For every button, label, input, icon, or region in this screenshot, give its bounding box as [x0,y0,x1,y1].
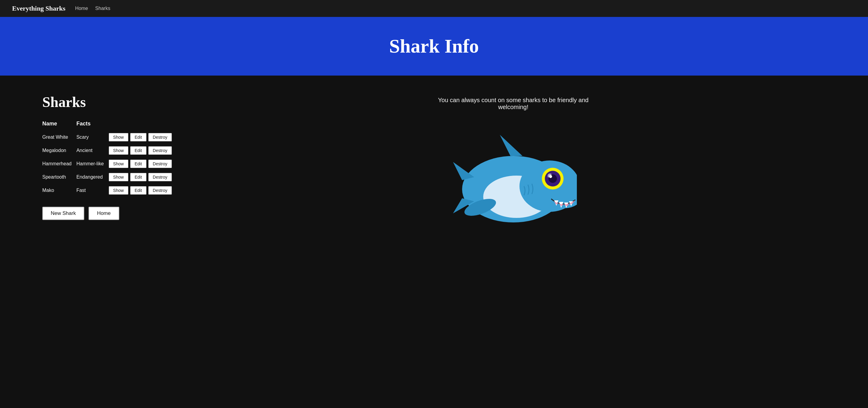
show-button[interactable]: Show [109,173,128,181]
right-panel: You can always count on some sharks to b… [201,94,826,235]
shark-name: Megalodon [42,144,76,157]
shark-name: Speartooth [42,171,76,184]
edit-button[interactable]: Edit [130,173,147,181]
sharks-table: Name Facts Great WhiteScaryShowEditDestr… [42,119,177,197]
edit-button[interactable]: Edit [130,159,147,168]
home-button[interactable]: Home [89,207,119,220]
new-shark-button[interactable]: New Shark [42,207,84,220]
nav-brand: Everything Sharks [12,4,65,12]
section-title: Sharks [42,94,177,110]
main-content: Sharks Name Facts Great WhiteScaryShowEd… [0,76,868,253]
edit-button[interactable]: Edit [130,133,147,141]
show-button[interactable]: Show [109,133,128,141]
destroy-button[interactable]: Destroy [148,186,172,195]
destroy-button[interactable]: Destroy [148,146,172,155]
navbar: Everything Sharks Home Sharks [0,0,868,17]
show-button[interactable]: Show [109,159,128,168]
shark-facts: Scary [76,130,109,144]
shark-name: Great White [42,130,76,144]
table-row: MegalodonAncientShowEditDestroy [42,144,177,157]
show-button[interactable]: Show [109,186,128,195]
shark-name: Hammerhead [42,157,76,171]
destroy-button[interactable]: Destroy [148,159,172,168]
table-row: Great WhiteScaryShowEditDestroy [42,130,177,144]
svg-marker-4 [500,135,523,156]
edit-button[interactable]: Edit [130,186,147,195]
shark-facts: Hammer-like [76,157,109,171]
shark-image [450,120,577,235]
nav-links: Home Sharks [75,6,110,11]
table-row: MakoFastShowEditDestroy [42,184,177,197]
left-panel: Sharks Name Facts Great WhiteScaryShowEd… [42,94,177,220]
edit-button[interactable]: Edit [130,146,147,155]
tagline: You can always count on some sharks to b… [423,97,604,111]
col-header-name: Name [42,119,76,130]
svg-point-16 [549,175,552,178]
table-row: HammerheadHammer-likeShowEditDestroy [42,157,177,171]
col-header-facts: Facts [76,119,109,130]
shark-name: Mako [42,184,76,197]
bottom-buttons: New Shark Home [42,207,177,220]
destroy-button[interactable]: Destroy [148,173,172,181]
hero-banner: Shark Info [0,17,868,76]
nav-link-sharks[interactable]: Sharks [95,6,110,11]
show-button[interactable]: Show [109,146,128,155]
shark-facts: Fast [76,184,109,197]
nav-link-home[interactable]: Home [75,6,88,11]
hero-title: Shark Info [12,35,856,57]
shark-facts: Ancient [76,144,109,157]
destroy-button[interactable]: Destroy [148,133,172,141]
shark-facts: Endangered [76,171,109,184]
table-row: SpeartoothEndangeredShowEditDestroy [42,171,177,184]
